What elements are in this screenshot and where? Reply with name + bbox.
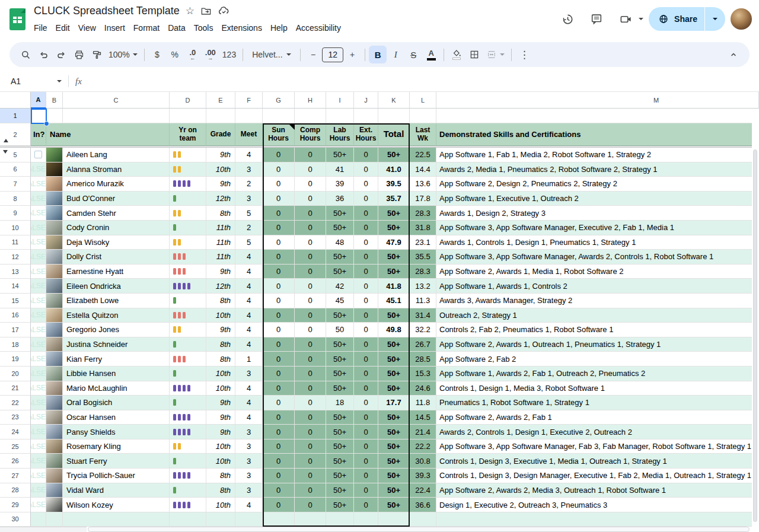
row-group-collapse-icon[interactable] [4, 139, 8, 142]
cell-grade-10[interactable]: 11th [206, 221, 235, 235]
cell-grade-20[interactable]: 10th [206, 367, 235, 381]
cell-last-wk-20[interactable]: 15.3 [410, 367, 436, 381]
cell-comp-hours-14[interactable]: 0 [295, 279, 326, 294]
cell-G1[interactable] [263, 109, 295, 123]
cell-I30[interactable] [326, 512, 354, 527]
cell-in-7[interactable]: FALSE [31, 177, 46, 192]
cell-grade-27[interactable]: 8th [206, 469, 235, 483]
cell-K1[interactable] [378, 109, 410, 123]
vertical-scrollbar[interactable] [753, 149, 757, 522]
cell-name-7[interactable]: Americo Murazik [63, 177, 170, 192]
cell-total-29[interactable]: 50+ [378, 498, 410, 512]
cell-skills-24[interactable]: Awards 2, Controls 1, Design 1, Executiv… [436, 425, 759, 439]
cell-sun-hours-6[interactable]: 0 [263, 163, 295, 177]
cell-lab-hours-14[interactable]: 42 [326, 279, 354, 294]
cell-name-13[interactable]: Earnestine Hyatt [63, 265, 170, 279]
document-title[interactable]: CLUCK Spreadsheet Template [34, 5, 180, 17]
cell-total-7[interactable]: 39.5 [378, 177, 410, 192]
row-header-29[interactable]: 29 [0, 498, 31, 512]
cell-photo-19[interactable] [46, 352, 63, 367]
cell-grade-6[interactable]: 10th [206, 163, 235, 177]
row-header-14[interactable]: 14 [0, 279, 31, 294]
cell-meet-18[interactable]: 4 [235, 337, 263, 352]
cell-meet-26[interactable]: 3 [235, 454, 263, 469]
cell-comp-hours-17[interactable]: 0 [295, 323, 326, 337]
cell-skills-22[interactable]: Pneumatics 1, Robot Software 1, Strategy… [436, 396, 759, 410]
cell-grade-28[interactable]: 8th [206, 483, 235, 498]
cell-last-wk-21[interactable]: 24.6 [410, 381, 436, 396]
cell-meet-22[interactable]: 4 [235, 396, 263, 410]
cell-skills-15[interactable]: Awards 3, Awards Manager, Strategy 2 [436, 294, 759, 308]
cell-lab-hours-29[interactable]: 50+ [326, 498, 354, 512]
search-icon[interactable] [17, 46, 34, 63]
cell-photo-29[interactable] [46, 498, 63, 512]
cell-F30[interactable] [235, 512, 263, 527]
number-format-button[interactable]: 123 [219, 46, 239, 63]
cell-ext-hours-9[interactable]: 0 [354, 206, 378, 221]
row-header-6[interactable]: 6 [0, 163, 31, 177]
increase-font-size-button[interactable]: + [343, 46, 361, 63]
cell-meet-11[interactable]: 5 [235, 235, 263, 250]
increase-decimal-button[interactable]: .00→ [202, 46, 219, 63]
cell-in-26[interactable]: FALSE [31, 454, 46, 469]
cell-photo-13[interactable] [46, 265, 63, 279]
cell-last-wk-8[interactable]: 17.8 [410, 192, 436, 206]
cell-comp-hours-16[interactable]: 0 [295, 308, 326, 323]
cell-ext-hours-21[interactable]: 0 [354, 381, 378, 396]
cell-name-12[interactable]: Dolly Crist [63, 250, 170, 265]
cell-lab-hours-16[interactable]: 50+ [326, 308, 354, 323]
column-header-J[interactable]: J [354, 92, 378, 109]
cell-ext-hours-10[interactable]: 0 [354, 221, 378, 235]
header-last-wk[interactable]: Last Wk [410, 123, 436, 146]
row-header-11[interactable]: 11 [0, 235, 31, 250]
row-group-expand-icon[interactable] [3, 150, 8, 154]
cell-name-9[interactable]: Camden Stehr [63, 206, 170, 221]
cell-photo-5[interactable] [46, 148, 63, 163]
cell-lab-hours-25[interactable]: 50+ [326, 439, 354, 454]
cell-comp-hours-23[interactable]: 0 [295, 410, 326, 425]
cell-in-23[interactable]: FALSE [31, 410, 46, 425]
cell-photo-6[interactable] [46, 163, 63, 177]
cell-total-17[interactable]: 49.8 [378, 323, 410, 337]
cell-meet-17[interactable]: 4 [235, 323, 263, 337]
cell-total-16[interactable]: 50+ [378, 308, 410, 323]
cell-name-28[interactable]: Vidal Ward [63, 483, 170, 498]
cell-name-21[interactable]: Mario McLaughlin [63, 381, 170, 396]
row-header-10[interactable]: 10 [0, 221, 31, 235]
cell-skills-28[interactable]: App Software 2, Awards 2, Media 3, Outre… [436, 483, 759, 498]
row-header-28[interactable]: 28 [0, 483, 31, 498]
column-header-C[interactable]: C [63, 92, 170, 109]
column-header-L[interactable]: L [410, 92, 436, 109]
cell-ext-hours-28[interactable]: 0 [354, 483, 378, 498]
cell-photo-10[interactable] [46, 221, 63, 235]
cell-skills-5[interactable]: App Software 1, Fab 1, Media 2, Robot So… [436, 148, 759, 163]
cell-skills-29[interactable]: Design 1, Executive 2, Outreach 3, Pneum… [436, 498, 759, 512]
cell-name-5[interactable]: Aileen Lang [63, 148, 170, 163]
cell-in-28[interactable]: FALSE [31, 483, 46, 498]
cell-sun-hours-24[interactable]: 0 [263, 425, 295, 439]
cell-last-wk-12[interactable]: 35.5 [410, 250, 436, 265]
row-header-23[interactable]: 23 [0, 410, 31, 425]
cell-grade-16[interactable]: 10th [206, 308, 235, 323]
cell-last-wk-29[interactable]: 36.6 [410, 498, 436, 512]
hide-menus-chevron-icon[interactable] [725, 46, 742, 63]
cell-skills-20[interactable]: App Software 1, Awards 2, Fab 1, Outreac… [436, 367, 759, 381]
cell-lab-hours-21[interactable]: 50+ [326, 381, 354, 396]
cell-meet-29[interactable]: 4 [235, 498, 263, 512]
font-size-input[interactable]: 12 [322, 47, 343, 62]
cell-total-19[interactable]: 50+ [378, 352, 410, 367]
cell-meet-6[interactable]: 3 [235, 163, 263, 177]
cell-in-25[interactable]: FALSE [31, 439, 46, 454]
cell-last-wk-15[interactable]: 11.3 [410, 294, 436, 308]
cell-grade-12[interactable]: 11th [206, 250, 235, 265]
cell-lab-hours-24[interactable]: 50+ [326, 425, 354, 439]
cell-comp-hours-28[interactable]: 0 [295, 483, 326, 498]
header-in[interactable]: In? [31, 123, 46, 146]
cell-comp-hours-27[interactable]: 0 [295, 469, 326, 483]
cell-meet-21[interactable]: 4 [235, 381, 263, 396]
format-percent-button[interactable]: % [166, 46, 184, 63]
cell-sun-hours-26[interactable]: 0 [263, 454, 295, 469]
row-header-1[interactable]: 1 [0, 109, 31, 123]
header-meet[interactable]: Meet [235, 123, 263, 146]
cell-lab-hours-6[interactable]: 41 [326, 163, 354, 177]
